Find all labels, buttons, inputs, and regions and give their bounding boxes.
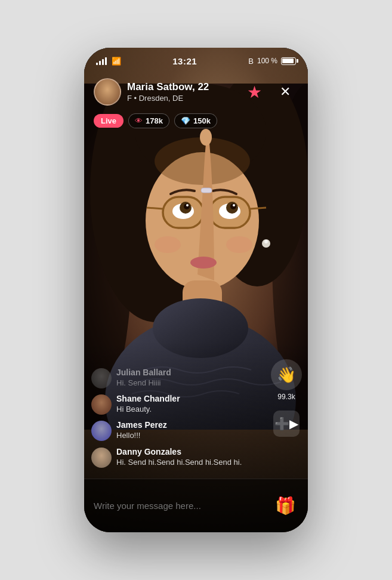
eye-icon: 👁 xyxy=(135,116,143,125)
chat-message-1: Julian Ballard Hi. Send Hiiii xyxy=(91,367,266,388)
wave-action[interactable]: 👋 99.3k xyxy=(271,359,302,401)
right-actions: 👋 99.3k ➕▶ xyxy=(271,359,302,437)
bottom-bar: 🎁 xyxy=(84,479,308,532)
signal-area: 📶 xyxy=(96,57,121,66)
chat-message-4: Danny Gonzales Hi. Send hi.Send hi.Send … xyxy=(91,446,266,468)
message-name-4: Danny Gonzales xyxy=(116,446,242,457)
diamond-icon: 💎 xyxy=(181,116,190,125)
signal-bar-4 xyxy=(105,57,107,65)
wave-button[interactable]: 👋 xyxy=(271,359,302,390)
views-count: 178k xyxy=(146,116,163,125)
bluetooth-icon: B xyxy=(248,57,254,66)
views-stat: 👁 178k xyxy=(128,113,169,128)
star-icon: ★ xyxy=(247,82,262,102)
favorite-button[interactable]: ★ xyxy=(241,79,267,105)
signal-bar-3 xyxy=(102,59,104,65)
svg-point-25 xyxy=(226,236,252,253)
avatar-face xyxy=(95,79,120,104)
svg-point-20 xyxy=(233,204,235,206)
wave-icon: 👋 xyxy=(277,366,296,384)
message-name-2: Shane Chandler xyxy=(116,393,180,404)
diamonds-count: 150k xyxy=(193,116,211,125)
phone-screen: 📶 13:21 B 100 % Maria Satbow, 22 F • Dre… xyxy=(84,48,308,532)
message-content-1: Julian Ballard Hi. Send Hiiii xyxy=(116,367,171,388)
signal-bars xyxy=(96,57,107,65)
message-avatar-1 xyxy=(91,368,112,388)
message-text-3: Hello!!! xyxy=(116,430,167,441)
battery-area: B 100 % xyxy=(248,57,296,66)
close-button[interactable]: ✕ xyxy=(272,79,298,105)
add-stream-icon: ➕▶ xyxy=(274,417,298,431)
signal-bar-1 xyxy=(96,63,98,65)
streamer-info: Maria Satbow, 22 F • Dresden, DE xyxy=(127,81,241,103)
stats-bar: Live 👁 178k 💎 150k xyxy=(94,113,217,128)
svg-point-24 xyxy=(155,236,181,253)
chat-message-3: James Perez Hello!!! xyxy=(91,419,266,441)
close-icon: ✕ xyxy=(280,84,291,100)
battery-percent: 100 % xyxy=(257,57,277,65)
svg-point-8 xyxy=(155,137,250,185)
stream-header: Maria Satbow, 22 F • Dresden, DE ★ ✕ xyxy=(84,74,308,110)
gift-icon: 🎁 xyxy=(275,496,296,516)
message-text-1: Hi. Send Hiiii xyxy=(116,378,171,388)
message-avatar-4 xyxy=(91,448,112,468)
diamonds-stat: 💎 150k xyxy=(174,113,217,128)
svg-point-21 xyxy=(200,129,212,146)
wave-count: 99.3k xyxy=(277,393,295,401)
live-badge: Live xyxy=(94,114,124,128)
streamer-name: Maria Satbow, 22 xyxy=(127,81,241,93)
message-name-1: Julian Ballard xyxy=(116,367,171,378)
message-content-3: James Perez Hello!!! xyxy=(116,419,167,441)
phone-shell: 📶 13:21 B 100 % Maria Satbow, 22 F • Dre… xyxy=(84,48,308,532)
message-content-2: Shane Chandler Hi Beauty. xyxy=(116,393,180,415)
svg-line-12 xyxy=(250,208,266,209)
svg-point-23 xyxy=(190,257,217,269)
chat-message-2: Shane Chandler Hi Beauty. xyxy=(91,393,266,415)
chat-area: Julian Ballard Hi. Send Hiiii Shane Chan… xyxy=(84,367,266,473)
svg-point-19 xyxy=(186,204,189,206)
message-avatar-2 xyxy=(91,394,112,415)
message-content-4: Danny Gonzales Hi. Send hi.Send hi.Send … xyxy=(116,446,242,468)
gift-button[interactable]: 🎁 xyxy=(272,493,298,519)
battery-icon xyxy=(281,57,296,65)
message-name-3: James Perez xyxy=(116,419,167,430)
signal-bar-2 xyxy=(99,61,101,65)
streamer-avatar[interactable] xyxy=(94,78,121,106)
battery-fill xyxy=(282,58,294,63)
streamer-details: F • Dresden, DE xyxy=(127,94,241,103)
status-time: 13:21 xyxy=(172,56,197,66)
add-stream-button[interactable]: ➕▶ xyxy=(273,411,300,437)
message-input[interactable] xyxy=(94,501,272,511)
message-avatar-3 xyxy=(91,421,112,441)
status-bar: 📶 13:21 B 100 % xyxy=(84,48,308,74)
svg-rect-22 xyxy=(201,188,212,193)
wifi-icon: 📶 xyxy=(112,57,121,66)
message-text-4: Hi. Send hi.Send hi.Send hi.Send hi. xyxy=(116,457,242,468)
svg-line-11 xyxy=(147,208,163,209)
svg-point-27 xyxy=(264,240,268,243)
message-text-2: Hi Beauty. xyxy=(116,404,180,415)
